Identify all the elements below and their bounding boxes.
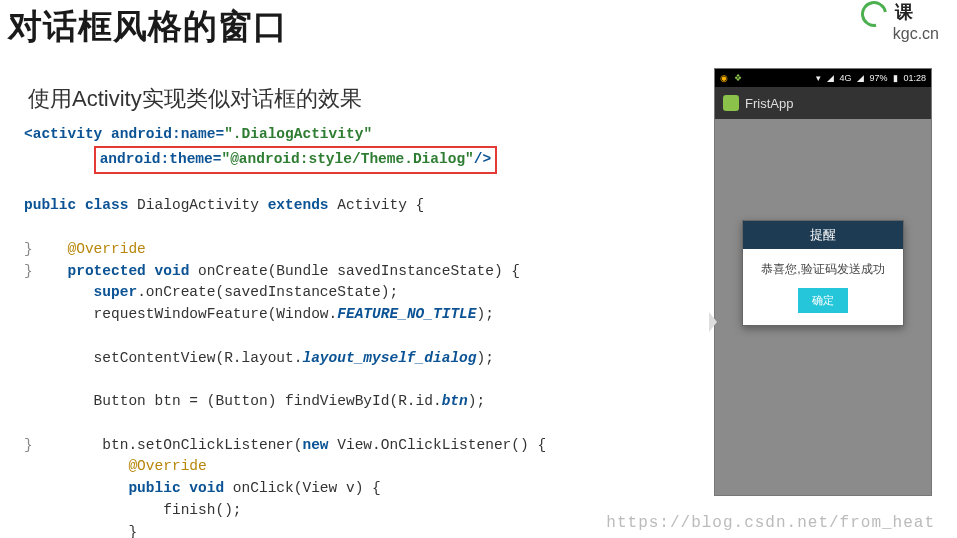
battery-icon: ▮ bbox=[893, 73, 898, 83]
dialog: 提醒 恭喜您,验证码发送成功 确定 bbox=[742, 220, 904, 326]
app-icon bbox=[723, 95, 739, 111]
page-title: 对话框风格的窗口 bbox=[0, 0, 957, 50]
gutter-mark: } bbox=[24, 241, 33, 257]
code-block: <activity android:name=".DialogActivity"… bbox=[24, 124, 704, 538]
code-token: ); bbox=[468, 393, 485, 409]
code-token: /> bbox=[474, 151, 491, 167]
code-token: Activity { bbox=[329, 197, 425, 213]
code-token: new bbox=[302, 437, 328, 453]
code-token: public class bbox=[24, 197, 128, 213]
battery-percent: 97% bbox=[869, 73, 887, 83]
code-token: FEATURE_NO_TITLE bbox=[337, 306, 476, 322]
code-token: ); bbox=[477, 306, 494, 322]
warning-icon: ◉ bbox=[720, 73, 728, 83]
app-bar: FristApp bbox=[715, 87, 931, 119]
clock-label: 01:28 bbox=[903, 73, 926, 83]
gutter-mark: } bbox=[24, 437, 33, 453]
gutter-mark: } bbox=[24, 263, 33, 279]
code-token: super bbox=[24, 284, 137, 300]
code-token: android:name= bbox=[111, 126, 224, 142]
code-token: public void bbox=[24, 480, 224, 496]
code-token: } bbox=[24, 524, 137, 539]
code-token: extends bbox=[268, 197, 329, 213]
code-token: finish(); bbox=[24, 502, 242, 518]
code-annotation: @Override bbox=[33, 241, 146, 257]
network-label: 4G bbox=[839, 73, 851, 83]
logo-text-sub: kgc.cn bbox=[893, 27, 939, 41]
signal-icon: ◢ bbox=[857, 73, 864, 83]
code-token: .onCreate(savedInstanceState); bbox=[137, 284, 398, 300]
dialog-confirm-button[interactable]: 确定 bbox=[798, 288, 848, 313]
code-token: DialogActivity bbox=[128, 197, 267, 213]
code-token: View.OnClickListener() { bbox=[329, 437, 547, 453]
code-token: onClick(View v) { bbox=[224, 480, 381, 496]
signal-icon: ◢ bbox=[827, 73, 834, 83]
code-token: "@android:style/Theme.Dialog" bbox=[221, 151, 473, 167]
app-title: FristApp bbox=[745, 96, 793, 111]
back-arrow-icon bbox=[709, 312, 717, 332]
code-token: layout_myself_dialog bbox=[302, 350, 476, 366]
watermark-text: https://blog.csdn.net/from_heat bbox=[606, 514, 935, 532]
code-token: <activity bbox=[24, 126, 102, 142]
code-token: android:theme= bbox=[100, 151, 222, 167]
code-annotation: @Override bbox=[24, 458, 207, 474]
logo-text-top: 课 bbox=[895, 2, 913, 22]
code-token: onCreate(Bundle savedInstanceState) { bbox=[189, 263, 520, 279]
wifi-icon: ▾ bbox=[816, 73, 821, 83]
android-icon: ❖ bbox=[734, 73, 742, 83]
code-token: ".DialogActivity" bbox=[224, 126, 372, 142]
brand-logo: 课 kgc.cn bbox=[861, 0, 939, 41]
code-token: btn bbox=[442, 393, 468, 409]
highlighted-box: android:theme="@android:style/Theme.Dial… bbox=[94, 146, 498, 174]
phone-mockup: ◉ ❖ ▾ ◢ 4G ◢ 97% ▮ 01:28 FristApp 提醒 bbox=[714, 68, 932, 496]
logo-c-icon bbox=[856, 0, 892, 32]
status-bar: ◉ ❖ ▾ ◢ 4G ◢ 97% ▮ 01:28 bbox=[715, 69, 931, 87]
code-token: setContentView(R.layout. bbox=[24, 350, 302, 366]
dialog-message: 恭喜您,验证码发送成功 bbox=[743, 249, 903, 288]
code-token: requestWindowFeature(Window. bbox=[24, 306, 337, 322]
code-token: btn.setOnClickListener( bbox=[33, 437, 303, 453]
code-token: ); bbox=[476, 350, 493, 366]
dialog-title: 提醒 bbox=[743, 221, 903, 249]
code-token: Button btn = (Button) findViewById(R.id. bbox=[24, 393, 442, 409]
code-token: protected void bbox=[33, 263, 190, 279]
